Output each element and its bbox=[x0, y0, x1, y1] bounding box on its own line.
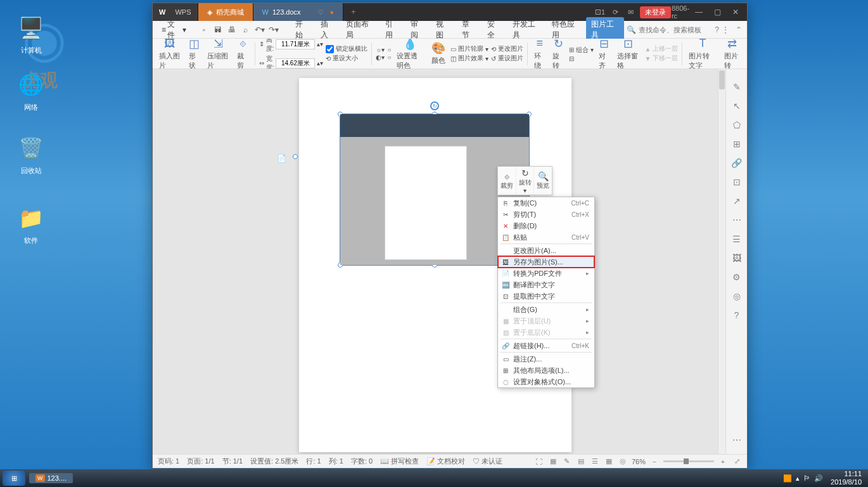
transparent-button[interactable]: 💧设置透明色 bbox=[394, 39, 427, 69]
align-button[interactable]: ⊟ bbox=[569, 55, 594, 62]
tab-add[interactable]: + bbox=[343, 8, 363, 16]
zoom-level[interactable]: 76% bbox=[632, 458, 646, 465]
file-menu[interactable]: ≡ 文件 ▾ bbox=[158, 18, 190, 42]
rotate-button[interactable]: ↻旋转 bbox=[550, 39, 566, 69]
panel-image-icon[interactable]: 🖼 bbox=[731, 252, 743, 264]
ctx-item[interactable]: 更改图片(A)... bbox=[498, 245, 594, 256]
search-box[interactable]: 🔍 ? ⋮ ⌃ bbox=[627, 25, 742, 34]
fullscreen-icon[interactable]: ⤢ bbox=[732, 457, 742, 467]
scroll-thumb[interactable] bbox=[719, 70, 725, 89]
status-doccheck[interactable]: 📝 文档校对 bbox=[426, 457, 465, 466]
select-pane-button[interactable]: ⊡选择窗格 bbox=[615, 39, 642, 69]
ctx-item[interactable]: ⊞其他布局选项(L)... bbox=[498, 365, 594, 376]
qat-save-icon[interactable]: 🖬 bbox=[212, 23, 224, 36]
wrap-button[interactable]: ≡环绕 bbox=[532, 39, 547, 69]
panel-help-icon[interactable]: ? bbox=[731, 309, 743, 321]
insert-image-button[interactable]: 🖼插入图片 bbox=[156, 39, 184, 69]
panel-edit-icon[interactable]: ✎ bbox=[731, 81, 743, 93]
start-button[interactable]: ⊞ bbox=[3, 471, 25, 486]
qat-preview-icon[interactable]: ⌕ bbox=[239, 23, 252, 36]
sync-icon[interactable]: ⟳ bbox=[610, 6, 621, 18]
desktop-icon-software[interactable]: 📁 软件 bbox=[9, 203, 53, 245]
panel-gear-icon[interactable]: ⚙ bbox=[731, 271, 743, 283]
sel-handle[interactable] bbox=[293, 154, 298, 159]
ctx-item[interactable]: 🔤翻译图中文字 bbox=[498, 279, 594, 290]
tray-flag-icon[interactable]: 🟧 bbox=[783, 474, 792, 483]
zoom-out-icon[interactable]: − bbox=[649, 457, 660, 467]
tray-action-icon[interactable]: 🏳 bbox=[803, 474, 810, 482]
combo-button[interactable]: ⊞组合▾ bbox=[569, 46, 594, 55]
tab-store[interactable]: ◈稻壳商城 bbox=[198, 3, 253, 21]
ctx-item[interactable]: ✕删除(D) bbox=[498, 220, 594, 231]
qat-print-icon[interactable]: 🖶 bbox=[226, 23, 238, 36]
panel-ellipsis-icon[interactable]: ⋯ bbox=[731, 214, 743, 226]
reset-size-button[interactable]: ⟲重设大小 bbox=[326, 54, 367, 63]
panel-export-icon[interactable]: ↗ bbox=[731, 195, 743, 207]
zoom-fit-icon[interactable]: ◎ bbox=[618, 457, 628, 467]
status-unverified[interactable]: ♡ 未认证 bbox=[473, 457, 502, 466]
view-web-icon[interactable]: ▦ bbox=[604, 457, 614, 467]
view-read-icon[interactable]: ▦ bbox=[548, 457, 558, 467]
panel-nav-icon[interactable]: ⊞ bbox=[731, 138, 743, 150]
desktop-icon-recycle[interactable]: 🗑️ 回收站 bbox=[9, 133, 53, 176]
mini-crop-button[interactable]: ⟐裁剪 bbox=[498, 167, 516, 195]
mini-rotate-button[interactable]: ↻旋转▾ bbox=[516, 167, 535, 195]
msg-icon[interactable]: ✉ bbox=[625, 6, 636, 18]
lock-ratio-checkbox[interactable]: 锁定纵横比 bbox=[326, 44, 367, 53]
qat-redo-icon[interactable]: ↷▾ bbox=[267, 23, 280, 36]
outline-button[interactable]: ▭图片轮廓▾ bbox=[450, 44, 488, 53]
blank-icon[interactable]: ○ bbox=[387, 46, 391, 53]
desktop-icon-network[interactable]: 🌐 网络 bbox=[9, 70, 53, 112]
desktop-icon-computer[interactable]: 🖥️ 计算机 bbox=[9, 13, 53, 55]
tray-volume-icon[interactable]: 🔊 bbox=[814, 474, 823, 483]
qat-undo-icon[interactable]: ↶▾ bbox=[253, 23, 266, 36]
tray-up-icon[interactable]: ▴ bbox=[796, 474, 800, 483]
zoom-in-icon[interactable]: + bbox=[718, 457, 728, 467]
panel-select-icon[interactable]: ↖ bbox=[731, 100, 743, 112]
panel-more2-icon[interactable]: ⋯ bbox=[731, 434, 743, 446]
compress-button[interactable]: ⇲压缩图片 bbox=[205, 39, 232, 69]
mini-preview-button[interactable]: 🔍预览 bbox=[534, 167, 552, 195]
taskbar-app[interactable]: W123.... bbox=[29, 473, 73, 483]
blank2-icon[interactable]: ○ bbox=[387, 54, 391, 61]
panel-refresh-icon[interactable]: ◎ bbox=[731, 290, 743, 302]
width-input[interactable] bbox=[276, 58, 315, 68]
help-icon[interactable]: ? bbox=[715, 25, 719, 34]
ctx-item[interactable]: 📋粘贴Ctrl+V bbox=[498, 231, 594, 243]
view-print-icon[interactable]: ▤ bbox=[576, 457, 586, 467]
panel-list-icon[interactable]: ☰ bbox=[731, 233, 743, 245]
crop-button[interactable]: ⟐裁剪 bbox=[234, 39, 250, 69]
ctx-item[interactable]: ◌设置对象格式(O)... bbox=[498, 376, 594, 387]
ctx-item[interactable]: 🔗超链接(H)...Ctrl+K bbox=[498, 340, 594, 351]
view-edit-icon[interactable]: ✎ bbox=[562, 457, 572, 467]
ctx-item[interactable]: ⎘复制(C)Ctrl+C bbox=[498, 197, 594, 209]
document-canvas[interactable]: 📄 ↻ bbox=[153, 69, 718, 454]
view-outline-icon[interactable]: ☰ bbox=[590, 457, 600, 467]
panel-more-icon[interactable]: ⊡ bbox=[731, 176, 743, 188]
rotate-handle[interactable]: ↻ bbox=[430, 101, 439, 110]
view-full-icon[interactable]: ⛶ bbox=[534, 457, 544, 467]
qat-new-icon[interactable]: ▫ bbox=[198, 23, 210, 36]
pic-trans-button[interactable]: ⇄图片转 bbox=[722, 39, 743, 69]
taskbar-clock[interactable]: 11:11 2019/8/10 bbox=[827, 470, 865, 486]
ctx-item[interactable]: 📄转换为PDF文件▸ bbox=[498, 268, 594, 279]
login-button[interactable]: 未登录 bbox=[640, 6, 671, 18]
search-input[interactable] bbox=[639, 26, 708, 34]
panel-link-icon[interactable]: 🔗 bbox=[731, 157, 743, 169]
panel-shape-icon[interactable]: ⬠ bbox=[731, 119, 743, 131]
vertical-scrollbar[interactable] bbox=[718, 69, 725, 454]
ctx-item[interactable]: 组合(G)▸ bbox=[498, 304, 594, 315]
effect-button[interactable]: ◫图片效果▾ bbox=[450, 54, 488, 63]
ctx-item[interactable]: ⊡提取图中文字 bbox=[498, 290, 594, 302]
ctx-item[interactable]: ▭题注(Z)... bbox=[498, 353, 594, 365]
change-pic-button[interactable]: ⟲更改图片 bbox=[491, 44, 523, 53]
reset-pic-button[interactable]: ↺重设图片 bbox=[491, 54, 523, 63]
notif-icon[interactable]: ⚀1 bbox=[594, 6, 606, 18]
color-button[interactable]: 🎨颜色 bbox=[429, 41, 448, 67]
brightness-icon[interactable]: ☼▾ bbox=[376, 46, 385, 53]
minimize-button[interactable]: — bbox=[690, 6, 708, 18]
ctx-item[interactable]: 🖼另存为图片(S)... bbox=[498, 256, 594, 268]
shape-button[interactable]: ◫形状 bbox=[186, 39, 202, 69]
settings-icon[interactable]: ⋮ bbox=[722, 25, 729, 34]
collapse-icon[interactable]: ⌃ bbox=[736, 25, 742, 34]
